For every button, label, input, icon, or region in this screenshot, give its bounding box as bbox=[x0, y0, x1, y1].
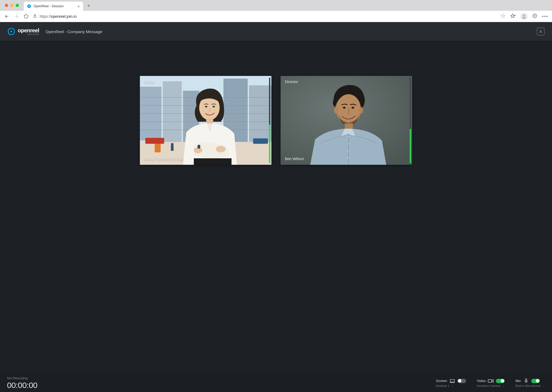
mic-label: Mic bbox=[515, 379, 521, 383]
svg-point-42 bbox=[359, 107, 363, 114]
window-minimize-button[interactable] bbox=[10, 4, 13, 7]
mic-device: Built in Microphone bbox=[515, 384, 541, 387]
svg-marker-12 bbox=[11, 30, 13, 33]
tab-favicon bbox=[27, 4, 31, 8]
svg-rect-16 bbox=[163, 81, 182, 143]
svg-point-35 bbox=[216, 146, 226, 152]
video-control: Video Facetime Camera ⌄ bbox=[477, 379, 505, 387]
toolbar-right: ••• bbox=[501, 13, 548, 20]
svg-rect-2 bbox=[34, 16, 36, 17]
device-controls: Screen Desktop 1 ⌄ Video Facetime Camer bbox=[436, 379, 545, 387]
participant-name: Ben Wilson bbox=[285, 157, 304, 161]
svg-point-44 bbox=[351, 107, 354, 109]
audio-level-meter bbox=[269, 78, 270, 163]
svg-point-8 bbox=[533, 14, 537, 18]
svg-marker-3 bbox=[501, 14, 505, 18]
video-tiles: Guest Jenny Thompson (You) bbox=[140, 76, 412, 165]
svg-point-9 bbox=[534, 15, 534, 16]
tab-title: OpenReel - Session bbox=[33, 4, 64, 8]
video-stage: Guest Jenny Thompson (You) bbox=[0, 41, 552, 374]
more-menu-icon[interactable]: ••• bbox=[542, 14, 548, 19]
brand-logo[interactable]: openreel CAPTURE bbox=[8, 27, 39, 36]
lock-icon bbox=[33, 14, 37, 19]
screen-device-select[interactable]: Desktop 1 ⌄ bbox=[436, 384, 466, 387]
participants-button[interactable] bbox=[537, 28, 544, 35]
video-tile-guest[interactable]: Guest Jenny Thompson (You) bbox=[140, 76, 271, 165]
video-device-select[interactable]: Facetime Camera ⌄ bbox=[477, 384, 505, 387]
recording-status: Not Recording bbox=[7, 376, 37, 380]
participant-name: Jenny Thompson (You) bbox=[144, 157, 183, 161]
window-close-button[interactable] bbox=[5, 4, 8, 7]
svg-rect-38 bbox=[194, 158, 232, 165]
browser-chrome: OpenReel - Session × ＋ https://openreel.… bbox=[0, 0, 552, 22]
profile-avatar[interactable] bbox=[520, 13, 527, 20]
svg-rect-45 bbox=[345, 123, 353, 129]
svg-rect-37 bbox=[198, 145, 200, 149]
video-label: Video bbox=[477, 379, 486, 383]
brand-name: openreel bbox=[18, 27, 39, 34]
svg-marker-4 bbox=[511, 14, 515, 18]
tab-close-button[interactable]: × bbox=[77, 4, 80, 9]
svg-rect-28 bbox=[155, 144, 161, 152]
chevron-down-icon: ⌄ bbox=[451, 384, 454, 387]
svg-point-13 bbox=[540, 30, 541, 32]
smiley-icon[interactable] bbox=[532, 13, 537, 19]
participant-role: Director bbox=[285, 80, 298, 84]
video-feed bbox=[281, 76, 412, 165]
session-title: OpenReel - Company Message bbox=[46, 29, 102, 34]
window-controls bbox=[5, 4, 19, 7]
recording-timer: 00:00:00 bbox=[7, 381, 37, 390]
svg-rect-27 bbox=[253, 138, 268, 144]
svg-point-10 bbox=[535, 15, 536, 16]
svg-point-43 bbox=[343, 107, 346, 109]
mic-toggle[interactable] bbox=[531, 379, 540, 383]
svg-point-41 bbox=[334, 107, 338, 114]
participant-role: Guest bbox=[144, 80, 154, 84]
browser-tab[interactable]: OpenReel - Session × bbox=[24, 2, 83, 11]
svg-point-32 bbox=[205, 106, 207, 107]
svg-rect-34 bbox=[206, 118, 213, 124]
chevron-down-icon: ⌄ bbox=[543, 384, 545, 387]
tab-bar: OpenReel - Session × ＋ bbox=[0, 0, 552, 11]
svg-rect-51 bbox=[450, 379, 454, 382]
mic-control: Mic Built in Microphone ⌄ bbox=[515, 379, 545, 387]
address-bar: https://openreel.join.io ••• bbox=[0, 11, 552, 22]
screen-toggle[interactable] bbox=[457, 379, 466, 383]
svg-rect-19 bbox=[249, 85, 271, 143]
star-outline-icon[interactable] bbox=[501, 13, 505, 19]
mic-icon bbox=[523, 379, 529, 383]
url-protocol: https:// bbox=[40, 14, 51, 19]
brand-logo-icon bbox=[8, 28, 15, 35]
recording-status-block: Not Recording 00:00:00 bbox=[7, 376, 37, 390]
video-feed bbox=[140, 76, 271, 165]
new-tab-button[interactable]: ＋ bbox=[85, 1, 93, 9]
screen-label: Screen bbox=[436, 379, 447, 383]
svg-rect-53 bbox=[488, 379, 492, 382]
mic-device-select[interactable]: Built in Microphone ⌄ bbox=[515, 384, 545, 387]
svg-rect-26 bbox=[145, 138, 164, 144]
video-tile-director[interactable]: Director Ben Wilson bbox=[281, 76, 412, 165]
audio-level-meter bbox=[410, 78, 411, 163]
video-device: Facetime Camera bbox=[477, 384, 500, 387]
video-toggle[interactable] bbox=[496, 379, 505, 383]
window-zoom-button[interactable] bbox=[16, 4, 19, 7]
svg-point-33 bbox=[213, 106, 215, 107]
svg-rect-54 bbox=[525, 379, 527, 381]
control-bar: Not Recording 00:00:00 Screen Desktop 1 … bbox=[0, 374, 552, 392]
chevron-down-icon: ⌄ bbox=[502, 384, 505, 387]
nav-refresh-button[interactable] bbox=[23, 13, 29, 19]
favorites-icon[interactable] bbox=[510, 13, 516, 19]
screen-device: Desktop 1 bbox=[436, 384, 450, 387]
app-header: openreel CAPTURE OpenReel - Company Mess… bbox=[0, 22, 552, 41]
svg-point-7 bbox=[523, 15, 525, 16]
url-host: openreel.join.io bbox=[51, 14, 77, 19]
svg-rect-30 bbox=[171, 145, 174, 151]
svg-point-29 bbox=[171, 143, 174, 146]
nav-forward-button[interactable] bbox=[13, 13, 19, 19]
nav-back-button[interactable] bbox=[4, 13, 10, 19]
screen-control: Screen Desktop 1 ⌄ bbox=[436, 379, 466, 387]
url-field[interactable]: https://openreel.join.io bbox=[33, 14, 497, 19]
camera-icon bbox=[488, 379, 494, 383]
screen-icon bbox=[449, 379, 455, 383]
